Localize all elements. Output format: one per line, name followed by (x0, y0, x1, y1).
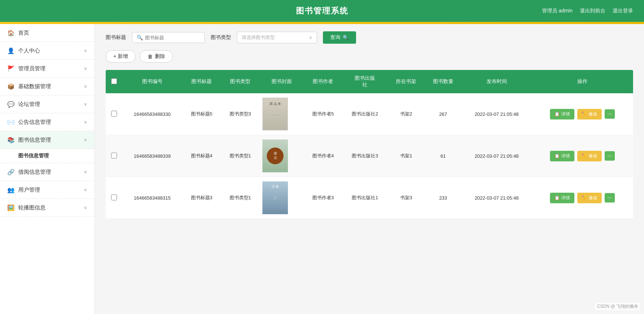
col-count: 图书数量 (425, 70, 461, 93)
chevron-down-icon: ∨ (84, 187, 87, 192)
row-shelf: 书架1 (388, 135, 425, 177)
sidebar-item-notice[interactable]: ✉️ 公告信息管理 ∨ (0, 113, 94, 131)
col-shelf: 所在书架 (388, 70, 425, 93)
detail-icon: 📋 (554, 153, 560, 158)
detail-button[interactable]: 📋 详情 (550, 109, 574, 119)
sidebar-item-book-sub[interactable]: 图书信息管理 (0, 149, 94, 163)
edit-button[interactable]: ✏️ 修改 (577, 151, 602, 161)
add-button[interactable]: + 新增 (106, 50, 136, 63)
delete-row-button[interactable]: ⋯ (605, 109, 615, 119)
row-id: 16466583488339 (122, 135, 182, 177)
admin-label: 管理员 admin (542, 8, 573, 14)
search-button[interactable]: 查询 🔍 (323, 31, 356, 44)
delete-row-button[interactable]: ⋯ (605, 193, 615, 203)
sidebar-label-carousel: 轮播图信息 (18, 204, 46, 211)
sidebar-item-home[interactable]: 🏠 首页 (0, 24, 94, 42)
sidebar-item-basic[interactable]: 📦 基础数据管理 ∨ (0, 78, 94, 95)
col-type: 图书类型 (221, 70, 259, 93)
row-type: 图书类型1 (221, 135, 259, 177)
exit-login-link[interactable]: 退出登录 (613, 8, 633, 14)
basic-icon: 📦 (7, 83, 15, 90)
sidebar-item-book[interactable]: 📚 图书信息管理 ∨ (0, 131, 94, 149)
search-bar: 图书标题 🔍 图书类型 请选择图书类型 ∨ 查询 🔍 (106, 31, 633, 44)
row-type: 图书类型3 (221, 93, 259, 135)
detail-button[interactable]: 📋 详情 (550, 151, 574, 161)
edit-button[interactable]: ✏️ 修改 (577, 193, 602, 203)
delete-row-button[interactable]: ⋯ (605, 151, 615, 161)
book-table: 图书编号 图书标题 图书类型 图书封面 图书作者 图书出版社 所在书架 图书数量… (106, 70, 633, 219)
col-publisher: 图书出版社 (342, 70, 387, 93)
sidebar-item-carousel[interactable]: 🖼️ 轮播图信息 ∨ (0, 199, 94, 217)
detail-button[interactable]: 📋 详情 (550, 193, 574, 203)
type-select-placeholder: 请选择图书类型 (242, 34, 275, 41)
chevron-down-icon: ∨ (309, 35, 312, 40)
row-checkbox[interactable] (106, 177, 122, 219)
col-id: 图书编号 (122, 70, 182, 93)
sidebar-item-personal[interactable]: 👤 个人中心 ∨ (0, 42, 94, 60)
main-content: 图书标题 🔍 图书类型 请选择图书类型 ∨ 查询 🔍 + 新增 🗑 删除 (95, 24, 644, 314)
row-title: 图书标题3 (182, 177, 221, 219)
exit-front-link[interactable]: 退出到前台 (580, 8, 605, 14)
edit-icon: ✏️ (582, 111, 587, 117)
row-author: 图书作者4 (304, 135, 342, 177)
search-icon: 🔍 (137, 35, 143, 40)
sidebar-item-forum[interactable]: 💬 论坛管理 ∨ (0, 95, 94, 113)
row-count: 61 (425, 135, 461, 177)
search-title-label: 图书标题 (106, 34, 126, 41)
action-bar: + 新增 🗑 删除 (106, 50, 633, 63)
select-all-checkbox[interactable] (111, 78, 117, 84)
book-icon: 📚 (7, 136, 15, 144)
table-row: 16466583488315 图书标题3 图书类型1 活 着 ╱╱ 图书作者3 … (106, 177, 633, 219)
row-title: 图书标题5 (182, 93, 221, 135)
row-checkbox[interactable] (106, 93, 122, 135)
book-type-select[interactable]: 请选择图书类型 ∨ (237, 32, 317, 43)
row-count: 233 (425, 177, 461, 219)
chevron-down-icon: ∨ (84, 84, 87, 89)
detail-icon: 📋 (554, 195, 560, 200)
sidebar-label-personal: 个人中心 (18, 47, 40, 54)
row-id: 16466583488315 (122, 177, 182, 219)
table-row: 16466583488339 图书标题4 图书类型1 国法 图书作者4 图书出版… (106, 135, 633, 177)
col-date: 发布时间 (461, 70, 532, 93)
chevron-down-icon: ∨ (84, 119, 87, 125)
row-shelf: 书架3 (388, 177, 425, 219)
chevron-down-icon: ∨ (84, 205, 87, 210)
sidebar-item-admin[interactable]: 🚩 管理员管理 ∨ (0, 60, 94, 78)
delete-button[interactable]: 🗑 删除 (140, 50, 173, 63)
sidebar-label-basic: 基础数据管理 (18, 83, 51, 90)
row-title: 图书标题4 (182, 135, 221, 177)
forum-icon: 💬 (7, 101, 15, 108)
add-button-label: + 新增 (113, 53, 128, 60)
home-icon: 🏠 (7, 29, 15, 36)
row-id: 16466583488330 (122, 93, 182, 135)
row-date: 2022-03-07 21:05:48 (461, 177, 532, 219)
edit-icon: ✏️ (582, 153, 587, 158)
edit-button[interactable]: ✏️ 修改 (577, 109, 602, 119)
header-actions: 管理员 admin 退出到前台 退出登录 (542, 8, 633, 14)
sidebar-label-user: 用户管理 (18, 187, 40, 193)
sidebar-item-borrow[interactable]: 🔗 借阅信息管理 ∨ (0, 163, 94, 181)
col-ops: 操作 (532, 70, 633, 93)
row-ops: 📋 详情 ✏️ 修改 ⋯ (532, 93, 633, 135)
carousel-icon: 🖼️ (7, 204, 15, 211)
header: 图书管理系统 管理员 admin 退出到前台 退出登录 (0, 0, 644, 22)
row-checkbox[interactable] (106, 135, 122, 177)
row-cover: 活 着 ╱╱ (259, 177, 304, 219)
sidebar-label-notice: 公告信息管理 (18, 119, 51, 126)
row-date: 2022-03-07 21:05:48 (461, 93, 532, 135)
search-title-input[interactable] (145, 35, 200, 40)
col-author: 图书作者 (304, 70, 342, 93)
sidebar-item-user[interactable]: 👥 用户管理 ∨ (0, 181, 94, 199)
col-title: 图书标题 (182, 70, 221, 93)
delete-icon: 🗑 (148, 54, 153, 59)
row-date: 2022-03-07 21:05:48 (461, 135, 532, 177)
col-checkbox[interactable] (106, 70, 122, 93)
search-type-label: 图书类型 (211, 34, 231, 41)
detail-icon: 📋 (554, 111, 560, 117)
chevron-down-icon: ∨ (84, 48, 87, 53)
row-publisher: 图书出版社3 (342, 135, 387, 177)
row-cover: 调 品 来 ～～～ (259, 93, 304, 135)
search-button-label: 查询 (330, 34, 340, 41)
search-button-icon: 🔍 (343, 35, 349, 40)
layout: 🏠 首页 👤 个人中心 ∨ 🚩 管理员管理 ∨ 📦 基础数据管理 ∨ (0, 24, 644, 314)
